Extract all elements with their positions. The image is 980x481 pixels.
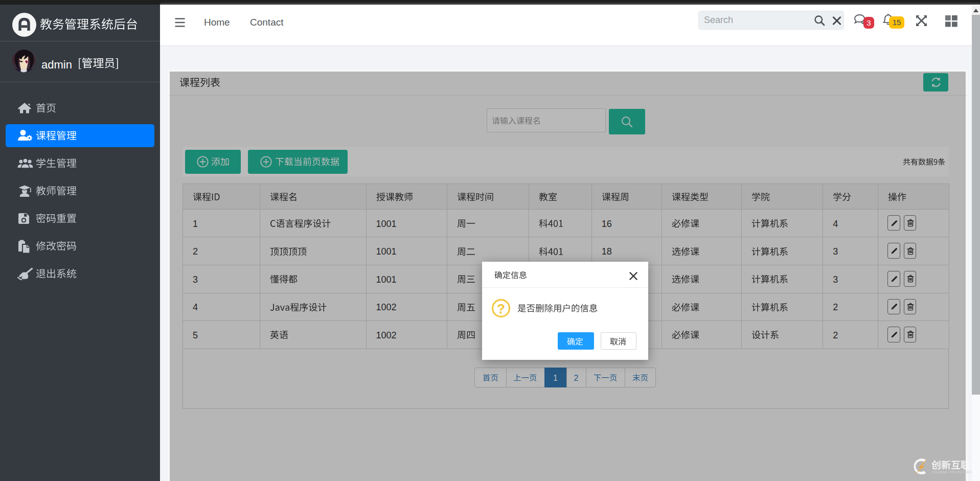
svg-text:?: ? bbox=[497, 301, 505, 316]
